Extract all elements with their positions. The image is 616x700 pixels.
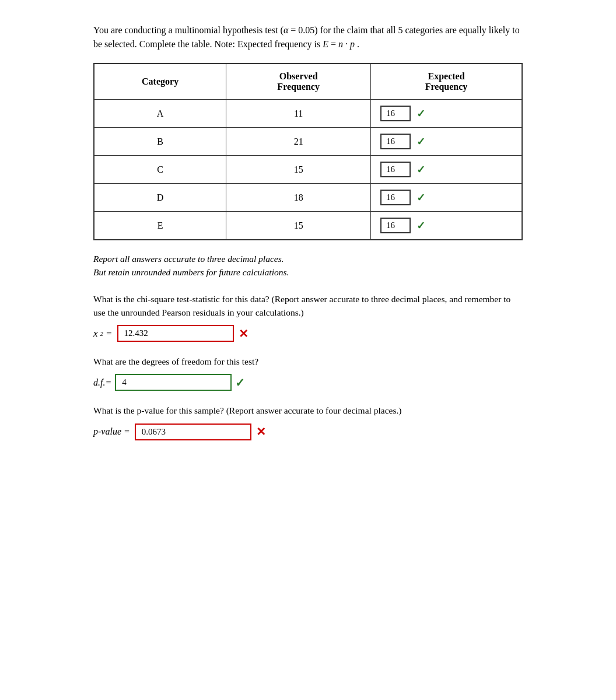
expected-input[interactable] <box>380 106 411 121</box>
observed-cell: 21 <box>226 128 371 156</box>
category-cell: E <box>94 212 226 240</box>
degrees-freedom-question: What are the degrees of freedom for this… <box>93 355 523 368</box>
expected-cell: ✓ <box>371 156 522 184</box>
degrees-freedom-answer-row: d.f.= ✓ <box>93 374 523 391</box>
check-icon: ✓ <box>416 163 425 176</box>
check-icon: ✓ <box>416 135 425 148</box>
col-expected-header: ExpectedFrequency <box>371 64 522 100</box>
p-value-status-icon: ✕ <box>256 425 266 439</box>
table-row: B21 ✓ <box>94 128 522 156</box>
degrees-freedom-input[interactable] <box>115 374 232 391</box>
accuracy-note: Report all answers accurate to three dec… <box>93 252 523 279</box>
expected-cell: ✓ <box>371 212 522 240</box>
table-row: E15 ✓ <box>94 212 522 240</box>
table-row: C15 ✓ <box>94 156 522 184</box>
expected-input[interactable] <box>380 162 411 177</box>
expected-input[interactable] <box>380 134 411 149</box>
chi-square-status-icon: ✕ <box>239 327 249 341</box>
df-label: d.f.= <box>93 377 111 388</box>
degrees-freedom-status-icon: ✓ <box>235 376 245 390</box>
intro-paragraph: You are conducting a multinomial hypothe… <box>93 23 523 51</box>
p-value-block: What is the p-value for this sample? (Re… <box>93 404 523 440</box>
p-value-input[interactable] <box>135 424 251 440</box>
category-cell: B <box>94 128 226 156</box>
table-row: A11 ✓ <box>94 100 522 128</box>
p-value-label: p-value = <box>93 426 130 437</box>
category-cell: D <box>94 184 226 212</box>
expected-cell: ✓ <box>371 128 522 156</box>
frequency-table: Category ObservedFrequency ExpectedFrequ… <box>93 63 523 240</box>
expected-input[interactable] <box>380 190 411 205</box>
table-row: D18 ✓ <box>94 184 522 212</box>
observed-cell: 18 <box>226 184 371 212</box>
observed-cell: 15 <box>226 156 371 184</box>
chi-square-answer-row: x2 = ✕ <box>93 325 523 342</box>
observed-cell: 15 <box>226 212 371 240</box>
col-observed-header: ObservedFrequency <box>226 64 371 100</box>
observed-cell: 11 <box>226 100 371 128</box>
chi-square-question: What is the chi-square test-statistic fo… <box>93 292 523 320</box>
p-value-question: What is the p-value for this sample? (Re… <box>93 404 523 417</box>
expected-cell: ✓ <box>371 100 522 128</box>
chi-square-block: What is the chi-square test-statistic fo… <box>93 292 523 342</box>
p-value-answer-row: p-value = ✕ <box>93 424 523 440</box>
expected-input[interactable] <box>380 218 411 233</box>
check-icon: ✓ <box>416 219 425 232</box>
col-category-header: Category <box>94 64 226 100</box>
chi-square-label: x2 = <box>93 328 113 340</box>
category-cell: A <box>94 100 226 128</box>
check-icon: ✓ <box>416 191 425 204</box>
chi-square-input[interactable] <box>117 325 234 342</box>
check-icon: ✓ <box>416 107 425 120</box>
degrees-freedom-block: What are the degrees of freedom for this… <box>93 355 523 391</box>
category-cell: C <box>94 156 226 184</box>
expected-cell: ✓ <box>371 184 522 212</box>
